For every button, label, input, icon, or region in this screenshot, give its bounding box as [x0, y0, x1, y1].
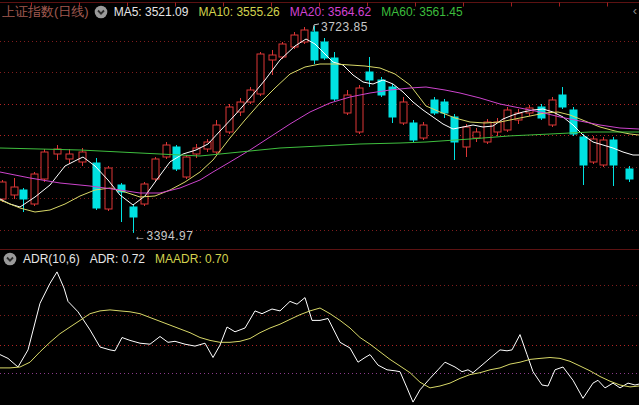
stock-chart-app: { "header": { "title": "上证指数(日线)", "ma":…: [0, 0, 639, 405]
low-price-annotation: ←3394.97: [134, 229, 193, 243]
adr-panel[interactable]: [0, 270, 639, 405]
ma60-value-label: MA60: 3561.45: [381, 5, 462, 19]
chart-canvas[interactable]: [0, 0, 639, 405]
indicator-name-label: ADR(10,6): [23, 252, 80, 266]
high-price-annotation: 3723.85: [321, 20, 368, 34]
scroll-left-arrow-icon[interactable]: ‹: [633, 4, 637, 17]
collapse-chevron-icon[interactable]: [94, 5, 108, 19]
main-chart-panel[interactable]: [0, 22, 639, 248]
main-chart-header: 上证指数(日线) MA5: 3521.09 MA10: 3555.26 MA20…: [2, 3, 473, 21]
ma10-value-label: MA10: 3555.26: [198, 5, 279, 19]
symbol-title: 上证指数(日线): [2, 3, 89, 21]
ma5-value-label: MA5: 3521.09: [114, 5, 189, 19]
ma20-value-label: MA20: 3564.62: [290, 5, 371, 19]
adr-panel-header: ADR(10,6) ADR: 0.72 MAADR: 0.70: [3, 252, 238, 266]
maadr-value-label: MAADR: 0.70: [155, 252, 228, 266]
collapse-chevron-icon[interactable]: [3, 252, 17, 266]
adr-value-label: ADR: 0.72: [90, 252, 145, 266]
